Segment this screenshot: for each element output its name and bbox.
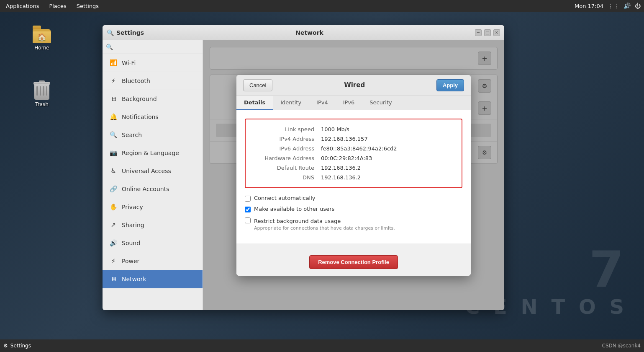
taskbar-bottom: ⚙ Settings CSDN @scank4: [0, 339, 644, 352]
sidebar-item-sound[interactable]: 🔊 Sound: [103, 234, 203, 252]
sidebar-search-bar[interactable]: 🔍: [103, 40, 203, 54]
dialog-tabs: Details Identity IPv4 IPv6 Security: [236, 96, 471, 110]
window-controls: − □ ×: [475, 29, 500, 36]
taskbar-bottom-right-label: CSDN @scank4: [602, 343, 641, 349]
connect-auto-checkbox[interactable]: [245, 196, 251, 202]
sidebar-item-search[interactable]: 🔍 Search: [103, 126, 203, 144]
sidebar-item-search-label: Search: [122, 132, 142, 138]
home-desktop-icon[interactable]: 🏠 Home: [25, 23, 59, 51]
sidebar-item-sharing[interactable]: ↗ Sharing: [103, 216, 203, 234]
window-title: Network: [144, 29, 475, 36]
restrict-label[interactable]: Restrict background data usage: [254, 218, 341, 224]
power-sidebar-icon: ⚡: [109, 257, 118, 265]
ipv6-address-label: IPv6 Address: [254, 145, 321, 152]
make-available-row: Make available to other users: [245, 206, 462, 212]
sharing-icon: ↗: [109, 221, 118, 229]
sidebar-item-region-label: Region & Language: [122, 150, 179, 156]
link-speed-label: Link speed: [254, 126, 321, 132]
dialog-overlay: Cancel Wired Apply Details Identity IPv4…: [203, 40, 504, 310]
sidebar-item-universal-label: Universal Access: [122, 168, 171, 174]
volume-icon[interactable]: 🔊: [623, 3, 631, 9]
sidebar-item-bluetooth[interactable]: ⚡ Bluetooth: [103, 72, 203, 90]
tab-ipv6[interactable]: IPv6: [336, 96, 362, 110]
taskbar-top: Applications Places Settings Mon 17:04 ⋮…: [0, 0, 644, 12]
sidebar-item-region[interactable]: 📷 Region & Language: [103, 144, 203, 162]
details-row-ipv4: IPv4 Address 192.168.136.157: [254, 134, 453, 144]
tab-ipv4[interactable]: IPv4: [309, 96, 336, 110]
power-icon[interactable]: ⏻: [635, 3, 641, 9]
minimize-button[interactable]: −: [475, 29, 482, 36]
home-icon-label: Home: [34, 45, 49, 51]
sidebar-item-privacy[interactable]: ✋ Privacy: [103, 198, 203, 216]
network-icon: 🖥: [109, 275, 118, 283]
settings-taskbar-icon: ⚙: [3, 343, 8, 349]
details-row-default-route: Default Route 192.168.136.2: [254, 163, 453, 173]
cancel-button[interactable]: Cancel: [243, 79, 272, 91]
taskbar-places[interactable]: Places: [46, 2, 69, 10]
trash-desktop-icon[interactable]: Trash: [25, 80, 59, 107]
taskbar-bottom-settings[interactable]: ⚙ Settings: [3, 343, 31, 349]
sound-icon: 🔊: [109, 239, 118, 247]
universal-icon: ♿: [109, 167, 118, 175]
dialog-bottom: Remove Connection Profile: [236, 243, 471, 276]
region-icon: 📷: [109, 149, 118, 157]
hardware-address-value: 00:0C:29:82:4A:83: [321, 155, 372, 161]
sidebar-item-online-accounts-label: Online Accounts: [122, 186, 169, 192]
sidebar-item-universal[interactable]: ♿ Universal Access: [103, 162, 203, 180]
sidebar-item-notifications-label: Notifications: [122, 114, 159, 120]
dns-label: DNS: [254, 174, 321, 181]
details-row-dns: DNS 192.168.136.2: [254, 173, 453, 182]
restrict-sublabel: Appropriate for connections that have da…: [254, 225, 395, 231]
sidebar-item-network[interactable]: 🖥 Network: [103, 270, 203, 288]
apply-button[interactable]: Apply: [436, 79, 464, 91]
sidebar-item-online-accounts[interactable]: 🔗 Online Accounts: [103, 180, 203, 198]
make-available-label[interactable]: Make available to other users: [254, 206, 334, 212]
sidebar-item-bluetooth-label: Bluetooth: [122, 78, 150, 84]
tab-details[interactable]: Details: [236, 96, 273, 110]
ipv6-address-value: fe80::85a3:8462:94a2:6cd2: [321, 145, 397, 152]
restrict-checkbox[interactable]: [245, 217, 251, 223]
sidebar-item-background-label: Background: [122, 96, 157, 102]
sidebar-item-wifi-label: Wi-Fi: [122, 60, 136, 66]
taskbar-applications[interactable]: Applications: [3, 2, 41, 10]
bluetooth-icon: ⚡: [109, 77, 118, 85]
settings-window: 🔍 Settings Network − □ × 🔍 📶 Wi-Fi: [103, 25, 504, 310]
close-button[interactable]: ×: [493, 29, 500, 36]
ipv4-address-label: IPv4 Address: [254, 136, 321, 142]
notifications-icon: 🔔: [109, 113, 118, 121]
tab-security[interactable]: Security: [362, 96, 399, 110]
dialog-titlebar: Cancel Wired Apply: [236, 75, 471, 96]
settings-sidebar: 🔍 📶 Wi-Fi ⚡ Bluetooth 🖥 Background 🔔 Not…: [103, 40, 203, 310]
wifi-icon: 📶: [109, 59, 118, 67]
sidebar-item-background[interactable]: 🖥 Background: [103, 90, 203, 108]
privacy-icon: ✋: [109, 203, 118, 211]
ipv4-address-value: 192.168.136.157: [321, 136, 368, 142]
default-route-value: 192.168.136.2: [321, 165, 361, 171]
sidebar-item-notifications[interactable]: 🔔 Notifications: [103, 108, 203, 126]
home-folder-icon: 🏠: [32, 23, 52, 43]
sidebar-item-network-label: Network: [122, 276, 146, 282]
restrict-row: Restrict background data usage Appropria…: [245, 217, 462, 231]
taskbar-right: Mon 17:04 ⋮⋮ 🔊 ⏻: [575, 3, 641, 9]
maximize-button[interactable]: □: [484, 29, 491, 36]
sidebar-item-sound-label: Sound: [122, 240, 140, 246]
wired-dialog: Cancel Wired Apply Details Identity IPv4…: [236, 75, 471, 276]
remove-connection-button[interactable]: Remove Connection Profile: [309, 255, 398, 269]
network-status-icon[interactable]: ⋮⋮: [608, 3, 619, 9]
taskbar-time: Mon 17:04: [575, 3, 603, 9]
trash-icon-label: Trash: [35, 101, 49, 107]
sidebar-item-power[interactable]: ⚡ Power: [103, 252, 203, 270]
make-available-checkbox[interactable]: [245, 207, 251, 212]
taskbar-settings-menu[interactable]: Settings: [74, 2, 101, 10]
desktop: Applications Places Settings Mon 17:04 ⋮…: [0, 0, 644, 352]
sidebar-item-wifi[interactable]: 📶 Wi-Fi: [103, 54, 203, 72]
online-accounts-icon: 🔗: [109, 185, 118, 193]
hardware-address-label: Hardware Address: [254, 155, 321, 161]
tab-identity[interactable]: Identity: [273, 96, 309, 110]
settings-search-area: Settings: [116, 29, 144, 36]
taskbar-left: Applications Places Settings: [3, 2, 101, 10]
trash-icon: [32, 80, 52, 100]
connect-auto-label[interactable]: Connect automatically: [254, 195, 316, 201]
settings-main: + ⚙ +: [203, 40, 504, 310]
search-icon: 🔍: [106, 44, 113, 50]
